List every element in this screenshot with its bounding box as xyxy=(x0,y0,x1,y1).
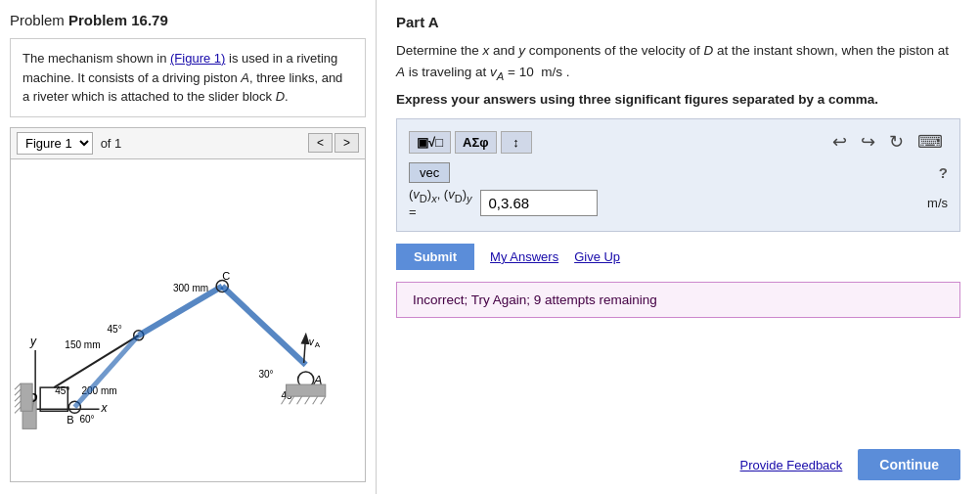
right-panel: Part A Determine the x and y components … xyxy=(377,0,980,494)
svg-text:150 mm: 150 mm xyxy=(65,338,100,349)
vec-row: vec ? xyxy=(409,162,948,183)
svg-text:60°: 60° xyxy=(79,414,94,425)
vec-button[interactable]: vec xyxy=(409,162,450,183)
unit-label: m/s xyxy=(927,196,948,210)
incorrect-banner: Incorrect; Try Again; 9 attempts remaini… xyxy=(396,282,960,318)
action-row: Submit My Answers Give Up xyxy=(396,244,960,270)
svg-text:300 mm: 300 mm xyxy=(173,282,208,292)
part-label: Part A xyxy=(396,14,960,30)
figure-diagram: x y D B 60° 200 mm 45° xyxy=(11,159,365,482)
undo-button[interactable]: ↩ xyxy=(827,129,852,155)
toolbar: ▣√□ ΑΣφ ↕ ↩ ↪ ↻ ⌨ xyxy=(409,129,948,155)
figure-of-label: of 1 xyxy=(97,136,121,151)
figure-box: x y D B 60° 200 mm 45° xyxy=(10,159,366,483)
svg-line-45 xyxy=(15,407,21,413)
left-panel: Problem Problem 16.79 The mechanism show… xyxy=(0,0,377,494)
matrix-button[interactable]: ▣√□ xyxy=(409,131,451,154)
svg-rect-40 xyxy=(21,383,32,411)
my-answers-button[interactable]: My Answers xyxy=(490,249,558,264)
answer-area: ▣√□ ΑΣφ ↕ ↩ ↪ ↻ ⌨ vec ? (vD)x, (vD)y= m/… xyxy=(396,118,960,232)
svg-line-20 xyxy=(139,286,222,335)
svg-text:x: x xyxy=(101,401,109,415)
svg-text:C: C xyxy=(222,269,230,281)
slider-label: D xyxy=(276,89,285,104)
velocity-label: (vD)x, (vD)y= xyxy=(409,187,472,219)
next-figure-button[interactable]: > xyxy=(334,133,359,153)
svg-text:y: y xyxy=(29,334,37,347)
bottom-row: Provide Feedback Continue xyxy=(396,449,960,480)
svg-text:A: A xyxy=(315,339,321,348)
give-up-button[interactable]: Give Up xyxy=(574,249,620,264)
submit-button[interactable]: Submit xyxy=(396,244,474,270)
svg-line-25 xyxy=(222,286,305,364)
redo-button[interactable]: ↪ xyxy=(856,129,880,155)
arrows-button[interactable]: ↕ xyxy=(501,131,532,154)
refresh-button[interactable]: ↻ xyxy=(884,129,909,155)
problem-description: The mechanism shown in (Figure 1) is use… xyxy=(10,38,366,117)
svg-line-44 xyxy=(15,401,21,407)
continue-button[interactable]: Continue xyxy=(858,449,960,480)
svg-rect-33 xyxy=(287,384,326,396)
figure-select[interactable]: Figure 1 xyxy=(17,132,93,155)
svg-line-38 xyxy=(313,396,318,404)
question-text: Determine the x and y components of the … xyxy=(396,40,960,84)
answer-input[interactable] xyxy=(480,190,598,216)
figure-link[interactable]: (Figure 1) xyxy=(170,51,225,66)
express-text: Express your answers using three signifi… xyxy=(396,92,960,107)
svg-line-37 xyxy=(305,396,310,404)
piston-label: A xyxy=(241,70,249,85)
svg-text:45°: 45° xyxy=(55,385,69,396)
svg-line-42 xyxy=(15,389,21,395)
prev-figure-button[interactable]: < xyxy=(308,133,333,153)
figure-nav-bar: Figure 1 of 1 < > xyxy=(10,127,366,159)
svg-line-30 xyxy=(304,335,306,362)
problem-title: Problem Problem 16.79 xyxy=(10,12,366,28)
svg-line-43 xyxy=(15,395,21,401)
svg-line-39 xyxy=(321,396,326,404)
keyboard-button[interactable]: ⌨ xyxy=(913,129,948,155)
provide-feedback-button[interactable]: Provide Feedback xyxy=(740,458,843,472)
sigma-button[interactable]: ΑΣφ xyxy=(455,131,497,154)
svg-text:30°: 30° xyxy=(258,369,273,380)
svg-text:B: B xyxy=(67,414,73,426)
svg-line-36 xyxy=(297,396,302,404)
help-button[interactable]: ? xyxy=(939,164,948,181)
svg-text:45°: 45° xyxy=(108,323,122,334)
input-row: (vD)x, (vD)y= m/s xyxy=(409,187,948,219)
svg-line-41 xyxy=(15,383,21,389)
